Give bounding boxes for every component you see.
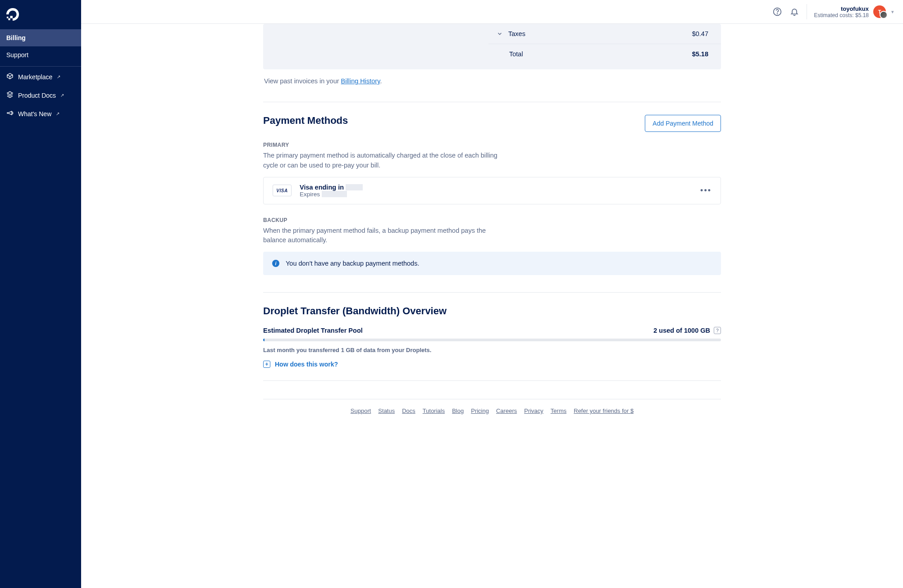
sidebar-link-label: Marketplace xyxy=(18,73,52,81)
transfer-usage: 2 used of 1000 GB xyxy=(653,327,710,334)
divider xyxy=(263,292,721,293)
sidebar-link-label: What's New xyxy=(18,110,51,118)
transfer-pool-label: Estimated Droplet Transfer Pool xyxy=(263,327,363,334)
footer-link-careers[interactable]: Careers xyxy=(496,407,517,414)
backup-empty-banner: i You don't have any backup payment meth… xyxy=(263,252,721,275)
taxes-amount: $0.47 xyxy=(692,30,708,37)
layers-icon xyxy=(6,91,14,100)
footer: Support Status Docs Tutorials Blog Prici… xyxy=(263,399,721,432)
footer-link-docs[interactable]: Docs xyxy=(402,407,415,414)
card-actions-menu[interactable]: ••• xyxy=(700,186,711,195)
sidebar-item-billing[interactable]: Billing xyxy=(0,29,81,46)
visa-icon: VISA xyxy=(273,185,292,196)
primary-label: PRIMARY xyxy=(263,142,721,148)
logo[interactable] xyxy=(0,0,81,29)
box-icon xyxy=(6,72,14,81)
primary-payment-card: VISA Visa ending in Expires ••• xyxy=(263,177,721,204)
sidebar-item-support[interactable]: Support xyxy=(0,46,81,63)
past-invoices-text: View past invoices in your Billing Histo… xyxy=(264,77,721,85)
payment-methods-heading: Payment Methods xyxy=(263,115,348,127)
backup-empty-text: You don't have any backup payment method… xyxy=(286,260,419,267)
chevron-down-icon xyxy=(497,31,503,37)
divider xyxy=(807,4,807,19)
topbar: toyofukux Estimated costs: $5.18 T ▾ xyxy=(81,0,903,24)
external-link-icon: ↗ xyxy=(57,74,60,79)
external-link-icon: ↗ xyxy=(60,93,64,98)
summary-row-total: Total $5.18 xyxy=(488,44,721,64)
footer-link-terms[interactable]: Terms xyxy=(551,407,566,414)
backup-description: When the primary payment method fails, a… xyxy=(263,226,497,246)
transfer-progress-fill xyxy=(263,339,265,341)
username: toyofukux xyxy=(814,5,869,12)
sidebar-link-marketplace[interactable]: Marketplace ↗ xyxy=(0,68,81,86)
divider xyxy=(263,380,721,381)
estimated-costs: Estimated costs: $5.18 xyxy=(814,12,869,18)
info-icon: i xyxy=(272,260,279,267)
help-icon[interactable] xyxy=(772,7,782,17)
footer-link-privacy[interactable]: Privacy xyxy=(524,407,543,414)
plus-icon: + xyxy=(263,361,270,368)
sidebar-link-product-docs[interactable]: Product Docs ↗ xyxy=(0,86,81,104)
card-expires-label: Expires xyxy=(300,191,320,198)
svg-point-1 xyxy=(777,14,777,14)
redacted-expiry xyxy=(322,191,347,197)
digitalocean-logo-icon xyxy=(6,8,19,21)
help-tooltip-icon[interactable]: ? xyxy=(714,327,721,334)
sidebar: Billing Support Marketplace ↗ Product Do… xyxy=(0,0,81,588)
chevron-down-icon: ▾ xyxy=(891,9,894,15)
last-month-text: Last month you transferred 1 GB of data … xyxy=(263,347,721,353)
footer-link-status[interactable]: Status xyxy=(378,407,395,414)
how-does-this-work-link[interactable]: + How does this work? xyxy=(263,361,721,368)
cost-summary-card: Taxes $0.47 Total $5.18 xyxy=(263,24,721,69)
divider xyxy=(263,102,721,102)
total-amount: $5.18 xyxy=(692,50,708,58)
redacted-card-last4 xyxy=(346,184,363,190)
avatar: T xyxy=(873,5,886,18)
add-payment-method-button[interactable]: Add Payment Method xyxy=(645,115,721,132)
sidebar-link-whats-new[interactable]: What's New ↗ xyxy=(0,104,81,123)
megaphone-icon xyxy=(6,109,14,118)
footer-link-pricing[interactable]: Pricing xyxy=(471,407,489,414)
external-link-icon: ↗ xyxy=(56,111,59,116)
card-ending-label: Visa ending in xyxy=(300,184,344,191)
summary-row-taxes[interactable]: Taxes $0.47 xyxy=(488,24,721,44)
sidebar-link-label: Product Docs xyxy=(18,92,56,99)
divider xyxy=(0,66,81,67)
backup-label: BACKUP xyxy=(263,217,721,223)
billing-history-link[interactable]: Billing History xyxy=(341,77,380,85)
footer-link-blog[interactable]: Blog xyxy=(452,407,464,414)
transfer-progress-bar xyxy=(263,339,721,341)
primary-description: The primary payment method is automatica… xyxy=(263,151,497,171)
footer-link-tutorials[interactable]: Tutorials xyxy=(423,407,445,414)
total-label: Total xyxy=(509,50,523,58)
sidebar-item-label: Billing xyxy=(6,34,26,41)
footer-link-support[interactable]: Support xyxy=(351,407,371,414)
user-menu[interactable]: toyofukux Estimated costs: $5.18 T ▾ xyxy=(814,5,894,18)
bell-icon[interactable] xyxy=(789,7,799,17)
taxes-label: Taxes xyxy=(508,30,525,37)
transfer-heading: Droplet Transfer (Bandwidth) Overview xyxy=(263,305,721,317)
footer-link-refer[interactable]: Refer your friends for $ xyxy=(574,407,634,414)
sidebar-item-label: Support xyxy=(6,51,28,59)
